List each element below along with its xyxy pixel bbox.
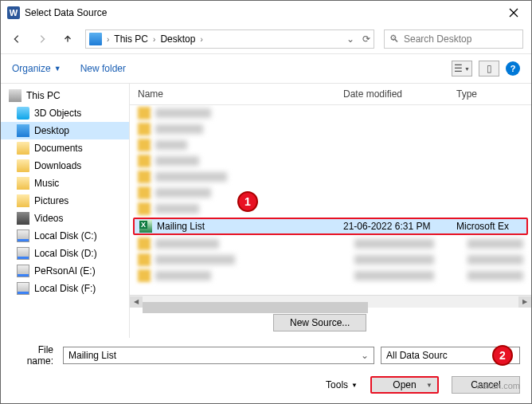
sidebar-item-pictures[interactable]: Pictures [1,192,129,210]
chevron-down-icon[interactable]: ⌄ [361,350,369,361]
sidebar-item-label: Documents [34,143,83,154]
disk-icon [17,282,29,295]
list-item[interactable] [130,105,531,121]
new-source-button[interactable]: New Source... [273,314,366,331]
sidebar-item-label: This PC [26,90,61,101]
preview-pane-button[interactable]: ▯ [479,61,499,76]
sidebar-item-label: Local Disk (C:) [34,230,97,241]
filter-label: All Data Sourc [386,350,448,361]
forward-button[interactable] [34,31,50,47]
file-name-value: Mailing List [68,350,116,361]
download-icon [17,159,29,172]
sidebar-item-label: Music [34,178,59,189]
address-bar[interactable]: › This PC › Desktop › ⌄ ⟳ [85,29,374,49]
sidebar-item-videos[interactable]: Videos [1,210,129,227]
scroll-thumb[interactable] [143,302,368,313]
close-icon [509,8,518,18]
list-item[interactable] [130,153,531,169]
sidebar-item-label: 3D Objects [34,108,81,119]
list-item[interactable] [130,169,531,185]
file-date: 21-06-2022 6:31 PM [343,221,456,232]
sidebar-item-downloads[interactable]: Downloads [1,157,129,175]
list-item[interactable] [130,268,531,284]
back-button[interactable] [9,31,25,47]
chevron-right-icon: › [200,35,202,44]
list-item[interactable] [130,201,531,217]
new-folder-label: New folder [80,63,126,74]
chevron-right-icon: › [153,35,155,44]
sidebar-item-label: PeRsonAI (E:) [34,265,96,277]
search-icon: 🔍︎ [389,33,399,45]
split-button-arrow-icon[interactable]: ▼ [426,382,432,389]
desktop-icon [17,124,29,137]
up-button[interactable] [60,31,76,47]
cube-icon [17,107,29,120]
file-list: Mailing List 21-06-2022 6:31 PM Microsof… [130,105,531,295]
list-item[interactable] [130,236,531,252]
file-name-label: File name: [12,344,57,367]
sidebar-item-disk-d[interactable]: Local Disk (D:) [1,245,129,262]
sidebar-item-documents[interactable]: Documents [1,139,129,157]
column-name[interactable]: Name [130,88,335,100]
sidebar-item-label: Videos [34,213,63,224]
sidebar-item-disk-f[interactable]: Local Disk (F:) [1,280,129,297]
watermark: wsxdn.com [476,381,520,390]
organize-button[interactable]: Organize ▼ [12,63,61,74]
refresh-icon[interactable]: ⟳ [362,33,370,45]
excel-file-icon [139,220,152,233]
view-mode-button[interactable]: ☰▼ [452,61,472,76]
sidebar-item-this-pc[interactable]: This PC [1,87,129,104]
column-headers: Name Date modified Type [130,84,531,105]
window-title: Select Data Source [25,7,495,18]
tools-button[interactable]: Tools ▼ [326,379,358,390]
pc-icon [9,89,22,102]
open-button[interactable]: Open ▼ [370,376,439,394]
sidebar-item-desktop[interactable]: Desktop [1,122,129,139]
disk-icon [17,229,29,242]
word-app-icon: W [7,6,20,19]
list-item[interactable] [130,185,531,201]
sidebar-item-label: Pictures [34,195,68,206]
breadcrumb-pc[interactable]: This PC [114,33,148,45]
sidebar-item-music[interactable]: Music [1,175,129,192]
organize-label: Organize [12,63,51,74]
tools-label: Tools [326,379,348,390]
callout-1: 1 [237,191,258,212]
new-folder-button[interactable]: New folder [80,63,126,74]
file-type: Microsoft Ex [456,221,526,232]
breadcrumb-desktop[interactable]: Desktop [160,33,195,45]
sidebar-item-personal-e[interactable]: PeRsonAI (E:) [1,262,129,280]
address-dropdown-icon[interactable]: ⌄ [346,33,354,45]
sidebar-item-label: Local Disk (D:) [34,248,97,259]
sidebar-item-label: Desktop [34,125,69,136]
scroll-left-button[interactable]: ◀ [130,296,143,308]
column-type[interactable]: Type [448,88,531,100]
disk-icon [17,265,29,277]
help-button[interactable]: ? [506,61,520,76]
sidebar-item-disk-c[interactable]: Local Disk (C:) [1,227,129,245]
chevron-right-icon: › [107,35,109,44]
list-item[interactable] [130,252,531,268]
video-icon [17,212,29,225]
list-item[interactable] [130,121,531,137]
list-item[interactable] [130,137,531,153]
sidebar: This PC 3D Objects Desktop Documents Dow… [1,84,130,338]
file-name: Mailing List [157,221,343,232]
file-type-filter[interactable]: All Data Sourc ⌄ 2 [381,347,520,364]
file-name-input[interactable]: Mailing List ⌄ [63,347,374,364]
music-icon [17,177,29,190]
close-button[interactable] [495,1,531,25]
horizontal-scrollbar[interactable]: ◀ ▶ [130,295,531,308]
file-row-mailing-list[interactable]: Mailing List 21-06-2022 6:31 PM Microsof… [133,218,528,235]
open-label: Open [393,379,416,390]
scroll-right-button[interactable]: ▶ [518,296,531,308]
chevron-down-icon: ▼ [54,65,61,73]
disk-icon [17,247,29,260]
picture-icon [17,194,29,207]
sidebar-item-3d-objects[interactable]: 3D Objects [1,104,129,122]
sidebar-item-label: Local Disk (F:) [34,283,96,294]
search-input[interactable]: 🔍︎ Search Desktop [384,29,523,49]
column-date[interactable]: Date modified [335,88,448,100]
chevron-down-icon: ▼ [351,382,358,389]
folder-icon [17,142,29,155]
